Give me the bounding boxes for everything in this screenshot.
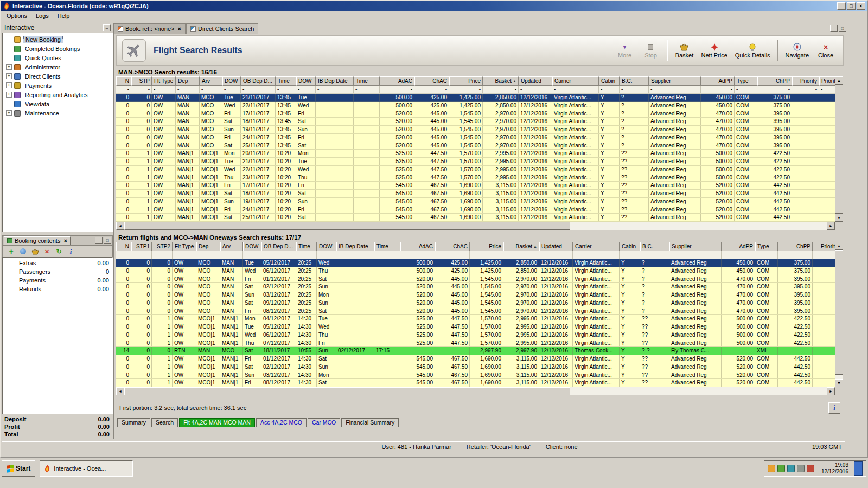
vscroll-thumb[interactable]: [835, 250, 843, 375]
column-header-price[interactable]: Price: [449, 76, 483, 86]
column-header-cabin[interactable]: Cabin: [620, 242, 640, 251]
table-row[interactable]: 001OWMCO|1MAN|1Mon04/12/201714:30Tue525.…: [116, 315, 835, 323]
nett-price-button[interactable]: Nett Price: [698, 42, 730, 60]
filter-cell[interactable]: -: [296, 251, 317, 259]
column-header-priority[interactable]: Priority: [813, 242, 835, 251]
expand-toggle-icon[interactable]: +: [6, 73, 12, 79]
inbound-hscrollbar[interactable]: ◄ ►: [116, 387, 835, 395]
hscroll-thumb[interactable]: [124, 222, 570, 230]
filter-cell[interactable]: -: [152, 86, 176, 93]
tab-close-icon[interactable]: ×: [178, 25, 181, 32]
tab-direct-clients-search[interactable]: Direct Clients Search: [186, 23, 258, 34]
column-header-updated[interactable]: Updated: [539, 242, 573, 251]
filter-cell[interactable]: -: [116, 86, 131, 93]
table-row[interactable]: 000OWMCOMANFri08/12/201720:25Sat520.0044…: [116, 307, 835, 316]
table-row[interactable]: 00OWMANMCOWed22/11/201713:45Wed500.00425…: [116, 102, 835, 110]
filter-cell[interactable]: -: [519, 86, 552, 93]
column-header-stp2[interactable]: STP2: [152, 242, 173, 251]
booking-item-payments[interactable]: Payments0.00: [3, 276, 112, 285]
table-row[interactable]: 01OWMAN|1MCO|1Mon20/11/201710:20Mon525.0…: [116, 150, 835, 158]
filter-cell[interactable]: -: [131, 86, 152, 93]
column-header-arv[interactable]: Arv: [220, 242, 243, 251]
column-header-ib-dep-date[interactable]: IB Dep Date: [336, 242, 374, 251]
filter-cell[interactable]: -: [276, 86, 296, 93]
hscroll-thumb[interactable]: [124, 387, 570, 395]
filter-cell[interactable]: -: [336, 251, 374, 259]
table-row[interactable]: 00OWMANMCOSat18/11/201713:45Sat520.00445…: [116, 118, 835, 126]
booking-item-refunds[interactable]: Refunds0.00: [3, 285, 112, 293]
filter-cell[interactable]: -: [701, 86, 735, 93]
basket-add-icon[interactable]: [31, 247, 39, 255]
column-header-chpp[interactable]: ChPP: [757, 76, 792, 86]
scroll-left-icon[interactable]: ◄: [116, 222, 124, 230]
table-row[interactable]: 001OWMCO|1MAN|1Sat02/12/201714:30Sun545.…: [116, 363, 835, 371]
filter-cell[interactable]: -: [131, 251, 152, 259]
navigate-button[interactable]: Navigate: [783, 42, 812, 60]
table-row[interactable]: 00OWMANMCOTue21/11/201713:45Tue500.00425…: [116, 94, 835, 102]
filter-cell[interactable]: -: [116, 251, 131, 259]
column-header-n[interactable]: N: [116, 242, 131, 251]
info-icon[interactable]: i: [67, 247, 75, 255]
column-header-carrier[interactable]: Carrier: [573, 242, 620, 251]
bottom-tab-summary[interactable]: Summary: [117, 418, 150, 427]
basket-button[interactable]: Basket: [672, 42, 696, 60]
table-row[interactable]: 001OWMCO|1MAN|1Fri01/12/201714:30Sat545.…: [116, 355, 835, 363]
vscroll-thumb[interactable]: [835, 85, 843, 214]
outbound-vscrollbar[interactable]: ▲ ▼: [835, 76, 843, 222]
booking-item-passengers[interactable]: Passengers0: [3, 267, 112, 276]
column-header-time[interactable]: Time: [296, 242, 317, 251]
filter-row[interactable]: --------------------------: [116, 251, 835, 259]
inbound-vscrollbar[interactable]: ▲ ▼: [835, 242, 843, 387]
filter-cell[interactable]: -: [220, 251, 243, 259]
table-row[interactable]: 01OWMAN|1MCO|1Sat25/11/201710:20Sat545.0…: [116, 214, 835, 222]
column-header-time[interactable]: Time: [354, 76, 380, 86]
close-button[interactable]: ×: [857, 2, 865, 10]
tab-book-ref-none[interactable]: Book. ref.: <none>×: [113, 23, 186, 34]
volume-tray-icon[interactable]: [797, 465, 805, 472]
table-row[interactable]: 001OWMCO|1MAN|1Thu07/12/201714:30Fri525.…: [116, 339, 835, 348]
filter-cell[interactable]: -: [243, 251, 261, 259]
column-header-updated[interactable]: Updated: [519, 76, 552, 86]
column-header-chac[interactable]: ChAC: [435, 242, 470, 251]
filter-cell[interactable]: -: [552, 86, 599, 93]
filter-cell[interactable]: -: [755, 251, 778, 259]
outbound-hscrollbar[interactable]: ◄ ►: [116, 222, 835, 230]
table-row[interactable]: 00OWMANMCOSat25/11/201713:45Sat520.00445…: [116, 142, 835, 150]
bottom-tab-car-mco[interactable]: Car MCO: [308, 418, 340, 427]
column-header-adac[interactable]: AdAC: [400, 242, 435, 251]
taskbar-app-button[interactable]: Interactive - Ocea...: [40, 460, 133, 477]
table-row[interactable]: 01OWMAN|1MCO|1Tue21/11/201710:20Tue525.0…: [116, 158, 835, 166]
column-header-dow[interactable]: DOW: [296, 76, 316, 86]
table-row[interactable]: 000OWMCOMANSat02/12/201720:25Sun520.0044…: [116, 283, 835, 291]
expand-toggle-icon[interactable]: +: [6, 64, 12, 70]
filter-cell[interactable]: -: [620, 86, 649, 93]
filter-cell[interactable]: -: [316, 86, 354, 93]
filter-cell[interactable]: -: [176, 86, 200, 93]
column-header-chpp[interactable]: ChPP: [778, 242, 813, 251]
column-header-dow[interactable]: DOW: [317, 242, 336, 251]
network-tray-icon[interactable]: [777, 465, 785, 472]
sidebar-item-reporting-and-analytics[interactable]: +Reporting and Analytics: [3, 90, 112, 99]
filter-cell[interactable]: -: [196, 251, 220, 259]
booking-contents-restore-button[interactable]: □: [104, 237, 111, 244]
show-desktop-button[interactable]: [854, 461, 863, 476]
update-tray-icon[interactable]: [768, 465, 775, 472]
column-header-b-c[interactable]: B.C.: [620, 76, 649, 86]
close-button[interactable]: ×Close: [814, 42, 838, 60]
filter-cell[interactable]: -: [735, 86, 757, 93]
child-minimize-button[interactable]: –: [830, 25, 838, 32]
table-row[interactable]: 001OWMCO|1MAN|1Sun03/12/201714:30Mon545.…: [116, 371, 835, 380]
child-restore-button[interactable]: □: [839, 25, 846, 32]
filter-cell[interactable]: -: [380, 86, 414, 93]
sidebar-item-payments[interactable]: +Payments: [3, 81, 112, 90]
sidebar-item-completed-bookings[interactable]: Completed Bookings: [3, 44, 112, 53]
filter-cell[interactable]: -: [573, 251, 620, 259]
column-header-supplier[interactable]: Supplier: [649, 76, 701, 86]
filter-cell[interactable]: -: [296, 86, 316, 93]
filter-cell[interactable]: -: [241, 86, 276, 93]
column-header-dep[interactable]: Dep: [176, 76, 200, 86]
column-header-price[interactable]: Price: [470, 242, 503, 251]
column-header-priority[interactable]: Priority: [792, 76, 819, 86]
filter-cell[interactable]: -: [539, 251, 573, 259]
filter-cell[interactable]: -: [503, 251, 539, 259]
